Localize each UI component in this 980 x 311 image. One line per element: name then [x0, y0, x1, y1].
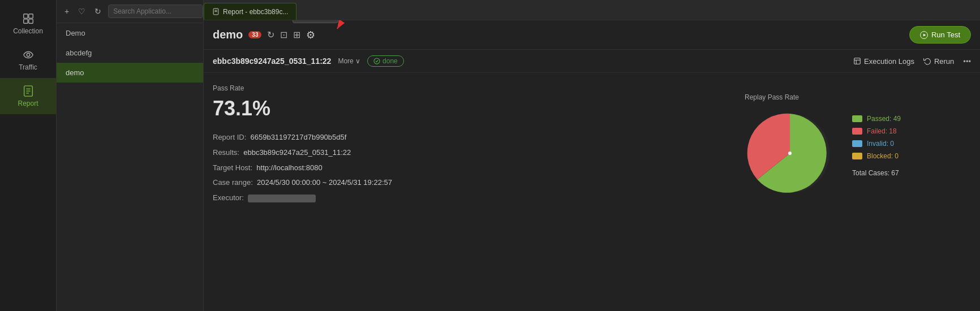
sidebar-item-collection[interactable]: Collection	[0, 6, 56, 42]
pie-chart	[745, 108, 835, 198]
tab-bar: Report - ebbc3b89c...	[204, 0, 980, 20]
refresh-icon[interactable]: ↻	[92, 6, 104, 17]
nav-item-abcdefg[interactable]: abcdefg	[57, 43, 203, 63]
total-cases: Total Cases: 67	[852, 169, 901, 177]
legend-passed: Passed: 49	[852, 115, 901, 123]
add-icon[interactable]: +	[62, 6, 71, 17]
svg-marker-14	[923, 33, 926, 36]
legend-label-passed: Passed: 49	[867, 115, 901, 123]
legend-color-invalid	[852, 140, 862, 147]
info-case-range: Case range: 2024/5/30 00:00:00 ~ 2024/5/…	[213, 177, 722, 189]
legend-blocked: Blocked: 0	[852, 152, 901, 160]
refresh-app-icon[interactable]: ↻	[267, 29, 274, 40]
info-results-label: Results:	[213, 148, 239, 157]
secondary-sidebar: + ♡ ↻ Demo abcdefg demo	[57, 0, 204, 311]
legend-label-failed: Failed: 18	[867, 127, 897, 135]
info-results: Results: ebbc3b89c9247a25_0531_11:22	[213, 147, 722, 159]
pass-rate-value: 73.1%	[213, 97, 722, 120]
info-target-host-label: Target Host:	[213, 163, 252, 172]
execution-logs-button[interactable]: Execution Logs	[853, 57, 914, 66]
app-name: demo	[213, 28, 243, 41]
main-content: Report - ebbc3b89c... demo 33 ↻ ⊡ ⊞ ⚙ Ap…	[204, 0, 980, 311]
settings-container: ⚙ AppSetting	[306, 29, 315, 41]
svg-rect-1	[28, 14, 32, 18]
more-options-icon[interactable]: •••	[963, 57, 971, 66]
pass-rate-label: Pass Rate	[213, 84, 722, 92]
legend-label-invalid: Invalid: 0	[867, 140, 894, 148]
tab-report[interactable]: Report - ebbc3b89c...	[204, 3, 296, 20]
info-case-range-value: 2024/5/30 00:00:00 ~ 2024/5/31 19:22:57	[257, 178, 392, 187]
stats-right: Replay Pass Rate	[745, 84, 971, 208]
arrow-annotation	[312, 20, 357, 37]
content-area: demo 33 ↻ ⊡ ⊞ ⚙ AppSetting	[204, 20, 980, 311]
run-test-label: Run Test	[931, 31, 960, 39]
legend-color-blocked	[852, 153, 862, 159]
svg-point-4	[27, 53, 30, 57]
screenshot-icon[interactable]: ⊡	[280, 29, 287, 40]
grid-icon[interactable]: ⊞	[293, 29, 300, 40]
legend-color-passed	[852, 115, 862, 122]
report-header: ebbc3b89c9247a25_0531_11:22 More ∨ done …	[204, 50, 980, 73]
info-target-host-value: http://localhost:8080	[256, 163, 322, 172]
legend-color-failed	[852, 128, 862, 135]
sidebar-item-report[interactable]: Report	[0, 78, 56, 114]
sidebar-item-traffic[interactable]: Traffic	[0, 42, 56, 78]
legend-label-blocked: Blocked: 0	[867, 152, 899, 160]
nav-item-demo[interactable]: Demo	[57, 23, 203, 43]
report-id: ebbc3b89c9247a25_0531_11:22	[213, 57, 331, 66]
svg-rect-16	[854, 58, 861, 64]
svg-point-20	[788, 152, 792, 155]
info-report-id: Report ID: 6659b31197217d7b990b5d5f	[213, 132, 722, 144]
nav-item-demo-active[interactable]: demo	[57, 63, 203, 83]
favorite-icon[interactable]: ♡	[76, 6, 88, 17]
sidebar-report-label: Report	[18, 100, 38, 107]
settings-icon[interactable]: ⚙	[306, 29, 315, 41]
chart-legend: Passed: 49 Failed: 18 Invalid: 0 Blocked…	[852, 115, 901, 177]
stats-section: Pass Rate 73.1% Report ID: 6659b31197217…	[204, 73, 980, 219]
status-text: done	[382, 57, 398, 65]
sidebar-collection-label: Collection	[13, 27, 43, 35]
app-header: demo 33 ↻ ⊡ ⊞ ⚙ AppSetting	[204, 20, 980, 50]
info-results-value: ebbc3b89c9247a25_0531_11:22	[243, 148, 351, 157]
more-button[interactable]: More ∨	[338, 57, 360, 65]
info-report-id-value: 6659b31197217d7b990b5d5f	[250, 133, 346, 141]
info-target-host: Target Host: http://localhost:8080	[213, 162, 722, 174]
report-actions: Execution Logs Rerun •••	[853, 57, 971, 66]
svg-rect-3	[28, 19, 32, 23]
appsetting-tooltip: AppSetting	[293, 20, 338, 23]
info-executor-value	[248, 195, 316, 202]
search-input[interactable]	[108, 5, 203, 18]
rerun-button[interactable]: Rerun	[923, 57, 954, 66]
execution-logs-label: Execution Logs	[864, 57, 914, 66]
svg-rect-0	[23, 14, 27, 18]
replay-pass-rate-label: Replay Pass Rate	[745, 93, 835, 101]
rerun-label: Rerun	[934, 57, 954, 66]
svg-rect-2	[23, 19, 27, 23]
run-test-button[interactable]: Run Test	[909, 26, 971, 44]
info-executor-label: Executor:	[213, 193, 244, 202]
legend-failed: Failed: 18	[852, 127, 901, 135]
stats-left: Pass Rate 73.1% Report ID: 6659b31197217…	[213, 84, 722, 208]
chart-area: Replay Pass Rate	[745, 93, 835, 198]
app-badge: 33	[248, 31, 261, 38]
sidebar-toolbar: + ♡ ↻	[57, 0, 203, 23]
status-badge: done	[367, 55, 404, 67]
legend-invalid: Invalid: 0	[852, 140, 901, 148]
info-executor: Executor:	[213, 192, 722, 204]
tab-report-label: Report - ebbc3b89c...	[223, 8, 288, 16]
info-case-range-label: Case range:	[213, 178, 253, 187]
info-report-id-label: Report ID:	[213, 133, 246, 141]
left-sidebar: Collection Traffic Report	[0, 0, 57, 311]
sidebar-traffic-label: Traffic	[19, 63, 37, 71]
